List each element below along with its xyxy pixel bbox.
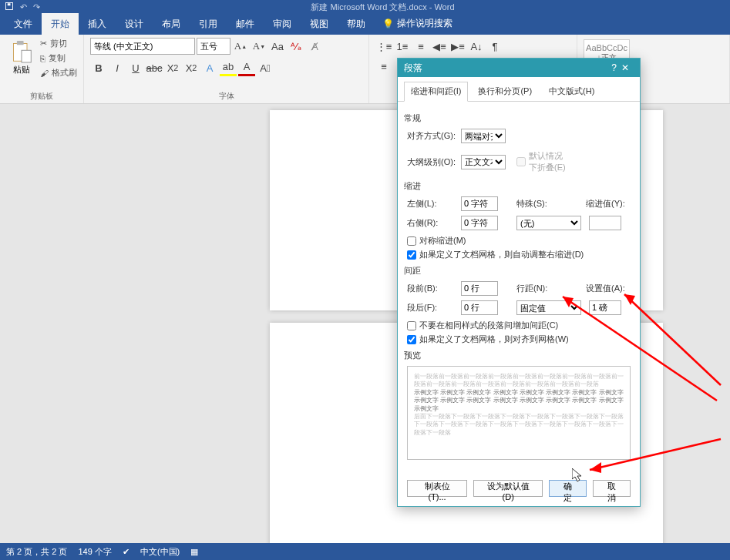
svg-rect-1	[8, 3, 11, 5]
tab-layout[interactable]: 布局	[153, 13, 190, 35]
format-painter-button[interactable]: 🖌格式刷	[40, 67, 77, 79]
highlight-button[interactable]: ab	[220, 59, 237, 76]
set-default-button[interactable]: 设为默认值(D)	[473, 480, 543, 497]
preview-heading: 预览	[404, 350, 631, 361]
special-label: 特殊(S):	[516, 198, 553, 210]
word-count[interactable]: 149 个字	[78, 546, 111, 558]
underline-button[interactable]: U	[127, 59, 144, 76]
cut-button[interactable]: ✂剪切	[40, 38, 77, 49]
svg-rect-4	[22, 50, 31, 62]
preview-gray1: 前一段落前一段落前一段落前一段落前一段落前一段落前一段落前一段落前一段落前一段落…	[414, 373, 624, 389]
indent-heading: 缩进	[404, 180, 631, 192]
font-size-select[interactable]	[197, 38, 230, 55]
by-input[interactable]	[589, 216, 621, 230]
align-left-button[interactable]: ≡	[375, 58, 392, 75]
ribbon-tabs: 文件 开始 插入 设计 布局 引用 邮件 审阅 视图 帮助 💡 操作说明搜索	[0, 14, 730, 35]
bold-button[interactable]: B	[90, 59, 107, 76]
preview-box: 前一段落前一段落前一段落前一段落前一段落前一段落前一段落前一段落前一段落前一段落…	[407, 366, 631, 460]
close-icon[interactable]: ✕	[617, 62, 634, 73]
dialog-titlebar[interactable]: 段落 ? ✕	[398, 59, 640, 77]
align-select[interactable]: 两端对齐	[461, 129, 506, 143]
redo-icon[interactable]: ↷	[33, 2, 40, 12]
tell-me[interactable]: 💡 操作说明搜索	[375, 12, 460, 35]
increase-indent-button[interactable]: ▶≡	[449, 38, 466, 55]
font-color-button[interactable]: A	[238, 59, 255, 76]
tab-review[interactable]: 审阅	[264, 13, 301, 35]
tab-help[interactable]: 帮助	[338, 13, 375, 35]
multilevel-button[interactable]: ≡	[412, 38, 429, 55]
copy-button[interactable]: ⎘复制	[40, 52, 77, 64]
grow-font-button[interactable]: A▲	[232, 38, 249, 55]
line-label: 行距(N):	[516, 283, 553, 294]
statusbar: 第 2 页，共 2 页 149 个字 ✔ 中文(中国) ▦	[0, 543, 730, 560]
char-border-button[interactable]: A⃞	[257, 59, 274, 76]
right-indent-input[interactable]	[461, 216, 498, 230]
tab-references[interactable]: 引用	[190, 13, 227, 35]
change-case-button[interactable]: Aa	[269, 38, 286, 55]
show-marks-button[interactable]: ¶	[486, 38, 503, 55]
tab-view[interactable]: 视图	[301, 13, 338, 35]
tab-home[interactable]: 开始	[42, 13, 79, 35]
preview-gray2: 后面下一段落下一段落下一段落下一段落下一段落下一段落下一段落下一段落下一段落下一…	[414, 413, 624, 437]
align-label: 对齐方式(G):	[407, 130, 456, 142]
clear-format-button[interactable]: A̸	[306, 38, 323, 55]
save-icon[interactable]	[5, 2, 14, 12]
font-group-label: 字体	[90, 91, 362, 102]
proofing-icon[interactable]: ✔	[123, 547, 130, 557]
cancel-button[interactable]: 取消	[593, 480, 631, 497]
font-name-select[interactable]	[90, 38, 195, 55]
noaddsame-check[interactable]	[407, 321, 416, 330]
paste-button[interactable]: 粘贴	[6, 38, 37, 79]
page-status[interactable]: 第 2 页，共 2 页	[6, 546, 67, 558]
numbering-button[interactable]: 1≡	[394, 38, 411, 55]
special-select[interactable]: (无)	[516, 216, 581, 230]
by-label: 缩进值(Y):	[586, 198, 625, 210]
copy-label: 复制	[49, 52, 66, 64]
tab-chinese[interactable]: 中文版式(H)	[542, 82, 601, 101]
tab-design[interactable]: 设计	[116, 13, 153, 35]
snapgrid-check[interactable]	[407, 335, 416, 344]
superscript-button[interactable]: X2	[183, 59, 200, 76]
before-label: 段前(B):	[407, 283, 456, 294]
help-icon[interactable]: ?	[611, 62, 617, 73]
tab-file[interactable]: 文件	[5, 13, 42, 35]
spacing-heading: 间距	[404, 265, 631, 277]
after-input[interactable]	[461, 300, 498, 315]
ok-button[interactable]: 确定	[549, 480, 587, 497]
autogrid-check[interactable]	[407, 250, 416, 260]
undo-icon[interactable]: ↶	[20, 2, 27, 12]
text-effect-button[interactable]: A	[201, 59, 218, 76]
scissors-icon: ✂	[40, 39, 47, 49]
left-indent-input[interactable]	[461, 196, 498, 211]
svg-marker-11	[572, 468, 581, 481]
window-title: 新建 Microsoft Word 文档.docx - Word	[40, 2, 725, 13]
subscript-button[interactable]: X2	[164, 59, 181, 76]
titlebar: ↶ ↷ 新建 Microsoft Word 文档.docx - Word	[0, 0, 730, 14]
strike-button[interactable]: abc	[146, 59, 163, 76]
language-status[interactable]: 中文(中国)	[140, 546, 180, 558]
dialog-tabs: 缩进和间距(I) 换行和分页(P) 中文版式(H)	[398, 77, 640, 102]
bullets-button[interactable]: ⋮≡	[375, 38, 392, 55]
mirror-check[interactable]	[407, 236, 416, 246]
paragraph-dialog: 段落 ? ✕ 缩进和间距(I) 换行和分页(P) 中文版式(H) 常规 对齐方式…	[397, 58, 641, 507]
tab-indent-spacing[interactable]: 缩进和间距(I)	[404, 82, 468, 102]
tab-line-page[interactable]: 换行和分页(P)	[471, 82, 539, 101]
outline-select[interactable]: 正文文本	[461, 155, 506, 169]
snapgrid-label: 如果定义了文档网格，则对齐到网格(W)	[419, 334, 569, 345]
sort-button[interactable]: A↓	[468, 38, 485, 55]
decrease-indent-button[interactable]: ◀≡	[431, 38, 448, 55]
at-input[interactable]	[589, 300, 621, 315]
macro-icon[interactable]: ▦	[190, 547, 198, 557]
tab-insert[interactable]: 插入	[79, 13, 116, 35]
bulb-icon: 💡	[382, 18, 394, 29]
line-spacing-select[interactable]: 固定值	[516, 300, 581, 315]
general-heading: 常规	[404, 112, 631, 124]
before-input[interactable]	[461, 281, 498, 296]
tab-mailings[interactable]: 邮件	[227, 13, 264, 35]
tabs-button[interactable]: 制表位(T)...	[407, 480, 467, 497]
noaddsame-label: 不要在相同样式的段落间增加间距(C)	[419, 320, 558, 331]
italic-button[interactable]: I	[109, 59, 126, 76]
clipboard-group-label: 剪贴板	[6, 91, 77, 102]
shrink-font-button[interactable]: A▼	[251, 38, 267, 55]
phonetic-button[interactable]: ᴬ⁄ₐ	[288, 38, 304, 55]
